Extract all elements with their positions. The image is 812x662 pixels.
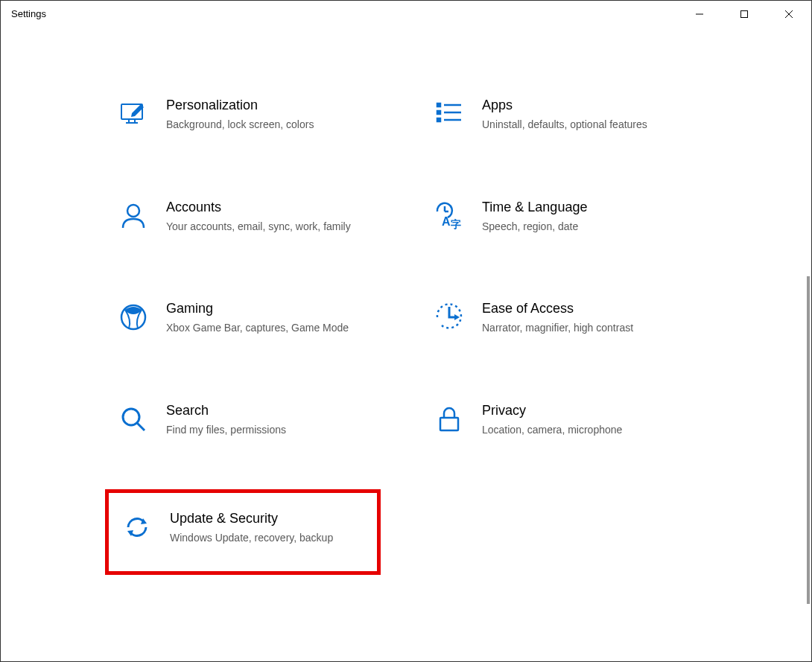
tile-desc: Location, camera, microphone xyxy=(482,423,622,438)
tile-title: Search xyxy=(166,403,286,418)
svg-marker-20 xyxy=(454,314,460,320)
scrollbar[interactable] xyxy=(807,276,810,604)
tile-text: Personalization Background, lock screen,… xyxy=(166,98,314,133)
tile-desc: Your accounts, email, sync, work, family xyxy=(166,220,351,235)
tile-desc: Windows Update, recovery, backup xyxy=(170,531,333,546)
tile-desc: Uninstall, defaults, optional features xyxy=(482,118,647,133)
tile-search[interactable]: Search Find my files, permissions xyxy=(105,395,391,445)
tile-text: Search Find my files, permissions xyxy=(166,403,286,438)
tile-desc: Xbox Game Bar, captures, Game Mode xyxy=(166,321,349,336)
tile-ease-of-access[interactable]: Ease of Access Narrator, magnifier, high… xyxy=(421,293,707,343)
tile-title: Personalization xyxy=(166,98,314,113)
window-controls xyxy=(677,1,811,28)
tile-title: Gaming xyxy=(166,301,349,316)
settings-content: Personalization Background, lock screen,… xyxy=(1,31,811,575)
tile-title: Privacy xyxy=(482,403,622,418)
tile-gaming[interactable]: Gaming Xbox Game Bar, captures, Game Mod… xyxy=(105,293,391,343)
tile-privacy[interactable]: Privacy Location, camera, microphone xyxy=(421,395,707,445)
tile-title: Accounts xyxy=(166,200,351,215)
minimize-button[interactable] xyxy=(677,1,722,28)
close-button[interactable] xyxy=(767,1,811,28)
gaming-icon xyxy=(117,301,150,334)
svg-point-14 xyxy=(127,205,139,217)
tile-text: Gaming Xbox Game Bar, captures, Game Mod… xyxy=(166,301,349,336)
window-title: Settings xyxy=(1,1,57,27)
tile-title: Ease of Access xyxy=(482,301,633,316)
tile-apps[interactable]: Apps Uninstall, defaults, optional featu… xyxy=(421,90,707,140)
update-security-icon xyxy=(121,511,153,544)
tile-text: Ease of Access Narrator, magnifier, high… xyxy=(482,301,633,336)
svg-rect-9 xyxy=(437,111,440,114)
tile-text: Update & Security Windows Update, recove… xyxy=(170,511,333,546)
tile-desc: Background, lock screen, colors xyxy=(166,118,314,133)
tile-text: Time & Language Speech, region, date xyxy=(482,200,587,235)
tile-desc: Narrator, magnifier, high contrast xyxy=(482,321,633,336)
tile-title: Time & Language xyxy=(482,200,587,215)
titlebar: Settings xyxy=(1,1,811,31)
privacy-icon xyxy=(433,403,466,436)
apps-icon xyxy=(433,98,466,130)
search-icon xyxy=(117,403,150,436)
svg-line-22 xyxy=(137,423,145,430)
tile-text: Accounts Your accounts, email, sync, wor… xyxy=(166,200,351,235)
tile-desc: Find my files, permissions xyxy=(166,423,286,438)
svg-rect-1 xyxy=(741,11,748,18)
tile-personalization[interactable]: Personalization Background, lock screen,… xyxy=(105,90,391,140)
svg-point-21 xyxy=(123,409,139,425)
svg-rect-8 xyxy=(437,104,440,106)
accounts-icon xyxy=(117,200,150,232)
tile-time-language[interactable]: A 字 Time & Language Speech, region, date xyxy=(421,192,707,242)
tile-update-security[interactable]: Update & Security Windows Update, recove… xyxy=(105,489,381,575)
ease-of-access-icon xyxy=(433,301,466,334)
tile-title: Update & Security xyxy=(170,511,333,526)
personalization-icon xyxy=(117,98,150,130)
svg-rect-10 xyxy=(437,118,440,121)
tile-text: Apps Uninstall, defaults, optional featu… xyxy=(482,98,647,133)
time-language-icon: A 字 xyxy=(433,200,466,232)
svg-rect-23 xyxy=(440,418,458,430)
svg-text:字: 字 xyxy=(451,218,461,230)
tile-desc: Speech, region, date xyxy=(482,220,587,235)
tile-accounts[interactable]: Accounts Your accounts, email, sync, wor… xyxy=(105,192,391,242)
tile-title: Apps xyxy=(482,98,647,113)
maximize-button[interactable] xyxy=(722,1,767,28)
svg-text:A: A xyxy=(442,215,451,228)
tile-text: Privacy Location, camera, microphone xyxy=(482,403,622,438)
settings-grid: Personalization Background, lock screen,… xyxy=(105,90,707,575)
